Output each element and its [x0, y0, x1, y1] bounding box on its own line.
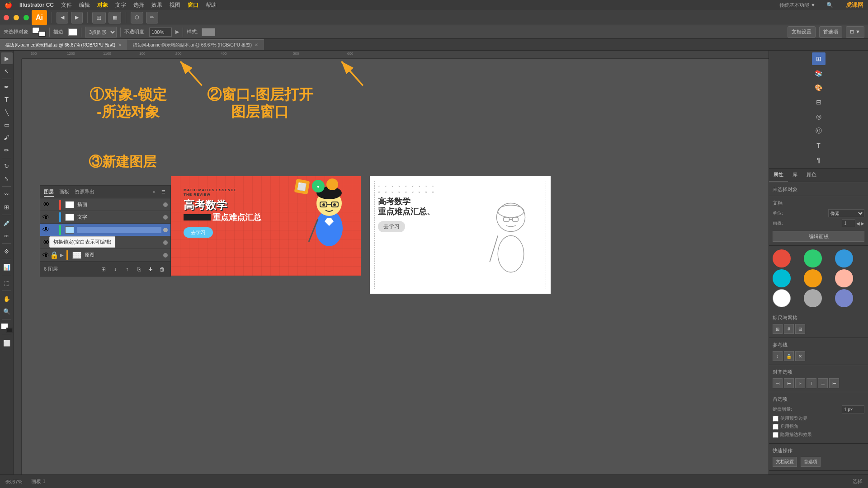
apple-menu[interactable]: 🍎	[5, 1, 12, 9]
ruler-toggle-btn[interactable]: ⊞	[773, 324, 783, 334]
fill-stroke-tool[interactable]	[1, 323, 13, 333]
layer-text-name[interactable]: 文字	[77, 214, 161, 221]
tab-properties[interactable]: 属性	[769, 169, 788, 182]
menu-file[interactable]: 文件	[61, 1, 72, 9]
line-tool[interactable]: ╲	[1, 106, 13, 118]
layers-menu-btn[interactable]: ☰	[160, 188, 167, 196]
minimize-button[interactable]	[14, 15, 19, 20]
layers-tab-layers[interactable]: 图层	[44, 188, 54, 197]
artboard-tool[interactable]: ⬚	[1, 277, 13, 289]
libraries-panel-btn[interactable]: 📚	[812, 67, 826, 80]
layer-colors-dot[interactable]	[163, 240, 168, 245]
guide-lock-btn[interactable]: 🔒	[784, 351, 794, 361]
fill-stroke-selector[interactable]	[32, 27, 46, 37]
hide-edges-label[interactable]: 隐藏描边和效果	[773, 432, 864, 438]
swatch-cyan[interactable]	[773, 269, 791, 287]
layer-text-lock[interactable]	[51, 214, 57, 221]
layer-row-text[interactable]: 👁 文字	[40, 211, 170, 224]
menu-object[interactable]: 对象	[97, 1, 108, 9]
layer-move-down-btn[interactable]: ↓	[111, 265, 120, 274]
guide-show-btn[interactable]: ↕	[773, 351, 783, 361]
layer-active-lock[interactable]	[51, 227, 57, 233]
swatch-orange[interactable]	[804, 269, 822, 287]
layers-tab-assets[interactable]: 资源导出	[75, 188, 94, 197]
direct-select-tool[interactable]: ↖	[1, 65, 13, 77]
menu-help[interactable]: 帮助	[206, 1, 217, 9]
selection-tool[interactable]: ▶	[1, 52, 13, 64]
layer-active-dot[interactable]	[163, 228, 168, 232]
blend-tool[interactable]: ∞	[1, 230, 13, 241]
swatch-gray[interactable]	[804, 289, 822, 307]
symbol-tool[interactable]: ※	[1, 245, 13, 257]
tab-1-close[interactable]: ✕	[118, 42, 122, 47]
align-center-btn[interactable]: ⊢	[784, 378, 794, 388]
banner-cta-button[interactable]: 去学习	[184, 227, 213, 238]
column-graph-tool[interactable]: 📊	[1, 261, 13, 273]
stroke-style-select[interactable]: 3点圆形	[85, 27, 117, 38]
transform-panel-btn[interactable]: ⊟	[812, 96, 826, 108]
layer-row-original[interactable]: 👁 🔒 ▶ 原图	[40, 249, 170, 262]
layer-page-indicator[interactable]: ⊞	[99, 265, 108, 274]
free-transform-tool[interactable]: ⊞	[1, 201, 13, 213]
layer-original-dot[interactable]	[163, 253, 168, 258]
snap-grid-btn[interactable]: ⊟	[795, 324, 805, 334]
layer-add-btn[interactable]: +	[146, 265, 155, 274]
align-top-btn[interactable]: ⊤	[807, 378, 816, 388]
round-corners-label[interactable]: 启用拐角	[773, 423, 864, 430]
appearance-panel-btn[interactable]: ◎	[812, 110, 826, 123]
rect-tool[interactable]: ▭	[1, 119, 13, 131]
menu-select[interactable]: 选择	[133, 1, 144, 9]
swatch-red[interactable]	[773, 249, 791, 267]
search-icon[interactable]: 🔍	[826, 2, 833, 8]
history-back-btn[interactable]: ◀	[57, 12, 68, 23]
app-name-menu[interactable]: Illustrator CC	[19, 2, 54, 8]
style-preview[interactable]	[202, 28, 215, 36]
layer-original-name[interactable]: 原图	[85, 252, 161, 258]
layer-text-eye[interactable]: 👁	[43, 214, 49, 221]
tab-1[interactable]: 描边风-banner演示精品.ai @ 66.67% (RGB/GPU 预览) …	[0, 39, 127, 50]
tab-color[interactable]: 颜色	[802, 169, 821, 182]
arrange-toolbar-btn[interactable]: ⊞ ▼	[846, 26, 864, 38]
align-left-btn[interactable]: ⊣	[773, 378, 783, 388]
round-corners-checkbox[interactable]	[773, 424, 778, 430]
swatch-white[interactable]	[773, 289, 791, 307]
tab-2-close[interactable]: ✕	[255, 42, 258, 47]
eyedropper-tool[interactable]: 💉	[1, 217, 13, 229]
stroke-box[interactable]	[38, 31, 46, 37]
zoom-tool[interactable]: 🔍	[1, 305, 13, 317]
menu-view[interactable]: 视图	[170, 1, 180, 9]
layer-row-active[interactable]: 👁 切换锁定(空白表示可编辑)	[40, 224, 170, 236]
layer-name-input[interactable]	[77, 227, 161, 233]
align-bottom-btn[interactable]: ⊢	[829, 378, 839, 388]
menu-window[interactable]: 窗口	[188, 1, 198, 9]
workspace-selector[interactable]: 传统基本功能 ▼	[779, 2, 816, 9]
layer-row-painting[interactable]: 👁 插画	[40, 198, 170, 211]
use-preview-checkbox[interactable]	[773, 416, 778, 422]
canvas-area[interactable]: 300 1200 1100 100 200 400 500 600 ①对象-锁定	[14, 51, 769, 488]
swatch-green[interactable]	[804, 249, 822, 267]
align-right-btn[interactable]: ⊦	[795, 378, 805, 388]
grid-toggle-btn[interactable]: #	[784, 324, 794, 334]
layer-original-eye[interactable]: 👁	[43, 252, 49, 258]
layer-original-expand[interactable]: ▶	[60, 253, 64, 258]
layer-delete-btn[interactable]: 🗑	[158, 265, 167, 274]
close-button[interactable]	[4, 15, 9, 20]
hide-edges-checkbox[interactable]	[773, 432, 778, 438]
swatch-indigo[interactable]	[835, 289, 853, 307]
layer-active-eye[interactable]: 👁	[43, 227, 49, 233]
layer-move-up-btn[interactable]: ↑	[123, 265, 132, 274]
quick-doc-settings-btn[interactable]: 文档设置	[773, 457, 797, 467]
menu-text[interactable]: 文字	[115, 1, 126, 9]
pen-btn[interactable]: ✏	[146, 12, 158, 23]
warp-tool[interactable]: 〰	[1, 188, 13, 200]
paragraph-panel-btn[interactable]: ¶	[812, 154, 826, 166]
stroke-color-picker[interactable]	[68, 28, 77, 36]
opacity-arrow[interactable]: ▶	[175, 29, 179, 35]
scale-tool[interactable]: ⤡	[1, 173, 13, 184]
fullscreen-button[interactable]	[24, 15, 29, 20]
align-middle-btn[interactable]: ⊥	[818, 378, 828, 388]
zoom-level[interactable]: 66.67%	[5, 479, 22, 484]
graphic-styles-btn[interactable]: Ⓖ	[812, 125, 826, 137]
layers-tab-artboards[interactable]: 画板	[59, 188, 69, 197]
use-preview-label[interactable]: 使用预览边界	[773, 415, 864, 422]
